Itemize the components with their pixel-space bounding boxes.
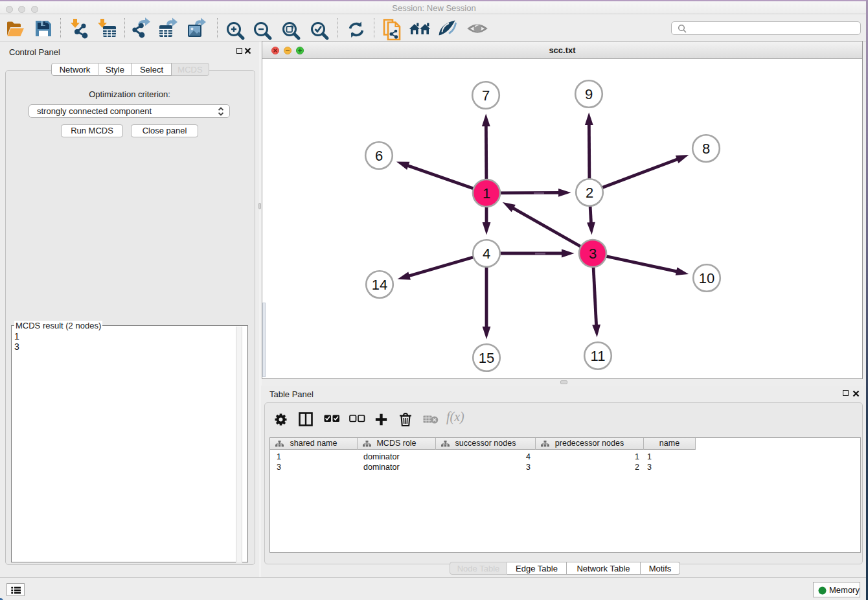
- svg-text:6: 6: [375, 148, 383, 164]
- svg-text:15: 15: [479, 350, 494, 366]
- svg-text:1: 1: [483, 185, 490, 202]
- svg-text:7: 7: [482, 87, 490, 104]
- svg-text:14: 14: [372, 277, 387, 293]
- svg-text:10: 10: [699, 270, 714, 286]
- svg-text:2: 2: [586, 185, 593, 201]
- svg-text:11: 11: [591, 348, 606, 364]
- svg-text:4: 4: [483, 246, 490, 262]
- svg-text:3: 3: [589, 246, 597, 262]
- svg-text:8: 8: [702, 141, 710, 157]
- svg-text:9: 9: [585, 86, 593, 102]
